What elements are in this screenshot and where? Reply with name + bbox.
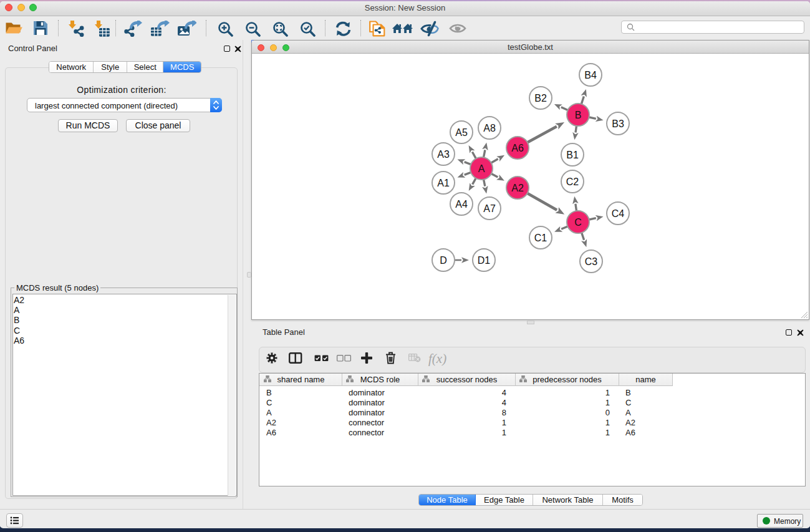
svg-text:A6: A6 (511, 143, 524, 153)
svg-text:A5: A5 (455, 127, 468, 138)
svg-text:A1: A1 (437, 178, 450, 188)
svg-text:A: A (478, 163, 485, 174)
svg-text:C1: C1 (534, 233, 547, 243)
svg-text:A2: A2 (511, 183, 524, 193)
svg-text:A4: A4 (455, 199, 468, 210)
svg-text:C3: C3 (585, 256, 598, 267)
svg-text:A3: A3 (437, 149, 450, 160)
svg-text:B4: B4 (584, 70, 597, 80)
svg-text:D1: D1 (478, 255, 491, 266)
svg-text:D: D (440, 255, 447, 266)
svg-text:B1: B1 (566, 150, 579, 160)
svg-text:A7: A7 (483, 203, 496, 214)
svg-text:B: B (575, 110, 582, 120)
svg-text:B2: B2 (534, 93, 547, 104)
svg-text:B3: B3 (612, 118, 624, 129)
svg-text:C4: C4 (612, 208, 625, 219)
svg-text:C: C (574, 217, 582, 228)
svg-text:C2: C2 (566, 177, 579, 187)
svg-text:A8: A8 (483, 123, 496, 133)
